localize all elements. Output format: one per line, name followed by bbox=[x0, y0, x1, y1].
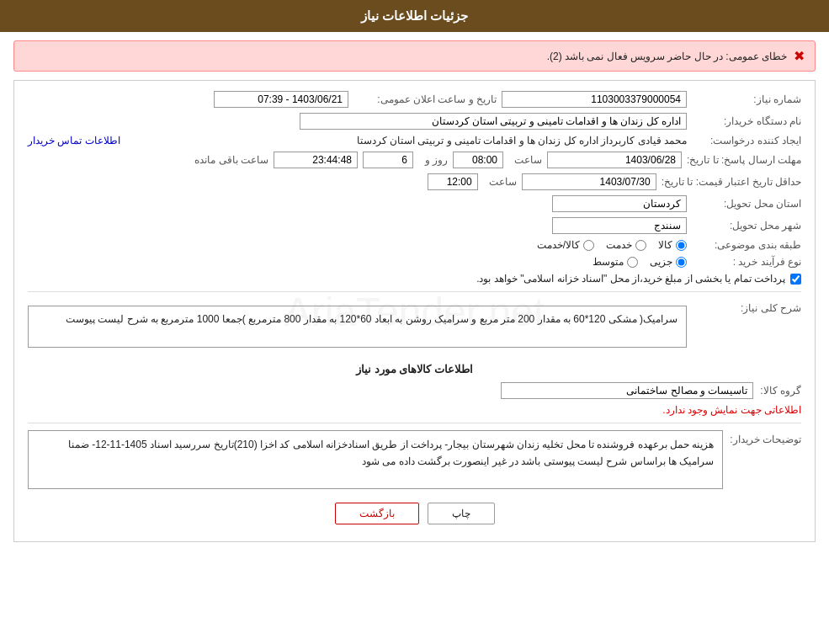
category-label: طبقه بندی موضوعی: bbox=[692, 239, 801, 251]
delivery-province-row: استان محل تحویل: bbox=[28, 195, 801, 212]
delivery-province-input[interactable] bbox=[552, 195, 687, 212]
payment-checkbox-label: پرداخت تمام یا بخشی از مبلغ خرید،از محل … bbox=[476, 273, 785, 285]
divider-2 bbox=[28, 423, 801, 423]
goods-group-input[interactable] bbox=[501, 382, 753, 399]
price-validity-row: حداقل تاریخ اعتبار قیمت: تا تاریخ: ساعت bbox=[28, 173, 801, 190]
need-number-row: شماره نیاز: تاریخ و ساعت اعلان عمومی: bbox=[28, 91, 801, 108]
buyer-notes-text: هزینه حمل برعهده فروشنده تا محل تخلیه زن… bbox=[68, 439, 714, 467]
need-description-text: سرامیک( مشکی 120*60 به مقدار 200 متر مرب… bbox=[66, 313, 678, 325]
announce-datetime-label: تاریخ و ساعت اعلان عمومی: bbox=[353, 93, 497, 105]
need-description-row: شرح کلی نیاز: سرامیک( مشکی 120*60 به مقد… bbox=[28, 299, 801, 354]
purchase-type-partial-label: جزیی bbox=[650, 256, 672, 268]
requester-value: محمد قیادی کاربرداز اداره کل زندان ها و … bbox=[125, 135, 687, 146]
price-validity-label: حداقل تاریخ اعتبار قیمت: تا تاریخ: bbox=[662, 176, 801, 188]
purchase-type-row: نوع فرآیند خرید : جزیی متوسط bbox=[28, 256, 801, 268]
goods-group-label: گروه کالا: bbox=[760, 385, 801, 397]
error-icon: ✖ bbox=[794, 48, 805, 64]
purchase-type-medium-option[interactable]: متوسط bbox=[593, 256, 638, 268]
price-validity-time-label: ساعت bbox=[483, 176, 517, 188]
purchase-type-partial-radio[interactable] bbox=[676, 257, 687, 268]
requester-label: ایجاد کننده درخواست: bbox=[692, 135, 801, 146]
category-radio-group: کالا خدمت کالا/خدمت bbox=[537, 239, 687, 251]
category-service-radio[interactable] bbox=[635, 240, 646, 251]
category-both-radio[interactable] bbox=[583, 240, 594, 251]
category-both-option[interactable]: کالا/خدمت bbox=[537, 239, 594, 251]
category-goods-option[interactable]: کالا bbox=[658, 239, 687, 251]
category-service-label: خدمت bbox=[606, 239, 632, 251]
requester-row: ایجاد کننده درخواست: محمد قیادی کاربرداز… bbox=[28, 135, 801, 146]
print-button[interactable]: چاپ bbox=[428, 503, 495, 524]
buyer-org-input[interactable] bbox=[300, 113, 687, 130]
purchase-type-partial-option[interactable]: جزیی bbox=[650, 256, 687, 268]
error-text: خطای عمومی: در حال حاضر سرویس فعال نمی ب… bbox=[547, 51, 787, 62]
payment-checkbox[interactable] bbox=[790, 274, 801, 285]
category-both-label: کالا/خدمت bbox=[537, 239, 580, 251]
reply-deadline-row: مهلت ارسال پاسخ: تا تاریخ: ساعت روز و سا… bbox=[28, 152, 801, 168]
reply-remaining-label: ساعت باقی مانده bbox=[159, 154, 268, 166]
category-row: طبقه بندی موضوعی: کالا خدمت کالا/خدمت bbox=[28, 239, 801, 251]
error-box: ✖ خطای عمومی: در حال حاضر سرویس فعال نمی… bbox=[13, 40, 816, 72]
need-number-input[interactable] bbox=[502, 91, 687, 108]
category-goods-label: کالا bbox=[658, 239, 672, 251]
page-wrapper: جزئیات اطلاعات نیاز ✖ خطای عمومی: در حال… bbox=[0, 0, 829, 644]
category-service-option[interactable]: خدمت bbox=[606, 239, 646, 251]
need-description-label: شرح کلی نیاز: bbox=[692, 299, 801, 314]
delivery-city-row: شهر محل تحویل: bbox=[28, 217, 801, 234]
price-validity-time-input[interactable] bbox=[428, 173, 478, 190]
page-header: جزئیات اطلاعات نیاز bbox=[0, 0, 829, 32]
reply-days-label: روز و bbox=[418, 154, 448, 166]
reply-remaining-input[interactable] bbox=[274, 152, 358, 168]
purchase-type-medium-label: متوسط bbox=[593, 256, 624, 268]
back-button[interactable]: بازگشت bbox=[335, 503, 419, 524]
requester-contact-link[interactable]: اطلاعات تماس خریدار bbox=[28, 135, 120, 146]
reply-time-input[interactable] bbox=[453, 152, 503, 168]
reply-time-label: ساعت bbox=[508, 154, 542, 166]
reply-date-input[interactable] bbox=[547, 152, 682, 168]
buyer-notes-box: هزینه حمل برعهده فروشنده تا محل تخلیه زن… bbox=[28, 430, 723, 489]
need-number-label: شماره نیاز: bbox=[692, 93, 801, 105]
reply-deadline-label: مهلت ارسال پاسخ: تا تاریخ: bbox=[687, 154, 801, 166]
purchase-type-label: نوع فرآیند خرید : bbox=[692, 256, 801, 268]
delivery-province-label: استان محل تحویل: bbox=[692, 198, 801, 210]
price-validity-date-input[interactable] bbox=[522, 173, 656, 190]
announce-date-input[interactable] bbox=[214, 91, 348, 108]
category-goods-radio[interactable] bbox=[676, 240, 687, 251]
purchase-type-medium-radio[interactable] bbox=[627, 257, 638, 268]
buyer-notes-label: توضیحات خریدار: bbox=[730, 430, 801, 445]
reply-days-input[interactable] bbox=[363, 152, 413, 168]
divider-1 bbox=[28, 291, 801, 292]
page-title: جزئیات اطلاعات نیاز bbox=[361, 8, 468, 23]
no-info-notice: اطلاعاتی جهت نمایش وجود ندارد. bbox=[28, 404, 801, 416]
buyer-org-row: نام دستگاه خریدار: bbox=[28, 113, 801, 130]
button-row: چاپ بازگشت bbox=[28, 503, 801, 524]
main-content: AriaTender.net شماره نیاز: تاریخ و ساعت … bbox=[13, 80, 816, 542]
goods-group-row: گروه کالا: bbox=[28, 382, 801, 399]
goods-section-title: اطلاعات کالاهای مورد نیاز bbox=[28, 363, 801, 375]
need-description-box: سرامیک( مشکی 120*60 به مقدار 200 متر مرب… bbox=[28, 306, 687, 348]
buyer-notes-wrapper: توضیحات خریدار: هزینه حمل برعهده فروشنده… bbox=[28, 430, 801, 489]
payment-checkbox-row: پرداخت تمام یا بخشی از مبلغ خرید،از محل … bbox=[28, 273, 801, 285]
purchase-type-radio-group: جزیی متوسط bbox=[593, 256, 687, 268]
delivery-city-input[interactable] bbox=[552, 217, 687, 234]
buyer-org-label: نام دستگاه خریدار: bbox=[692, 115, 801, 127]
delivery-city-label: شهر محل تحویل: bbox=[692, 220, 801, 232]
